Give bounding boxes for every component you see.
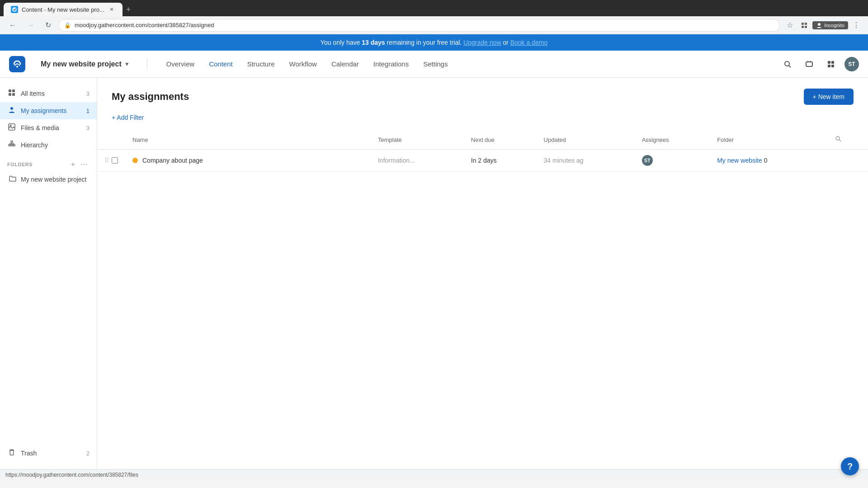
svg-point-18 (10, 107, 13, 110)
project-selector[interactable]: My new website project ▼ (36, 57, 134, 71)
svg-rect-2 (805, 23, 807, 25)
search-icon[interactable] (779, 56, 796, 72)
sidebar-item-all-items[interactable]: All items 3 (0, 85, 97, 102)
svg-rect-21 (11, 141, 13, 142)
sidebar-item-hierarchy[interactable]: Hierarchy (0, 136, 97, 154)
filter-bar: + Add Filter (97, 112, 868, 130)
svg-line-8 (789, 66, 791, 67)
app-logo[interactable] (9, 56, 25, 72)
all-items-count: 3 (86, 90, 90, 97)
nav-overview[interactable]: Overview (160, 56, 201, 71)
files-media-label: Files & media (21, 124, 82, 131)
next-due-value: In 2 days (471, 157, 497, 164)
tab-bar: Content - My new website pro... ✕ + (0, 0, 868, 16)
trial-or: or (501, 39, 510, 46)
folder-item-count: 0 (764, 157, 768, 164)
th-updated: Updated (537, 130, 635, 150)
svg-rect-24 (13, 145, 15, 146)
book-demo-link[interactable]: Book a demo (510, 39, 548, 46)
svg-rect-14 (9, 89, 11, 92)
next-due-cell: In 2 days (464, 150, 537, 172)
updated-value: 34 minutes ag (544, 157, 584, 164)
th-search (827, 130, 868, 150)
image-sidebar-icon (7, 123, 16, 132)
browser-menu-icon[interactable]: ⋮ (850, 19, 863, 32)
address-text: moodjoy.gathercontent.com/content/385827… (75, 22, 214, 28)
user-avatar[interactable]: ST (844, 57, 859, 71)
new-tab-button[interactable]: + (123, 3, 135, 16)
svg-point-6 (16, 66, 18, 67)
address-bar[interactable]: 🔒 moodjoy.gathercontent.com/content/3858… (58, 19, 780, 32)
table-header-row: Name Template Next due Updated Assignees… (97, 130, 868, 150)
folders-label-text: FOLDERS (7, 162, 33, 167)
svg-rect-23 (11, 145, 13, 146)
new-item-button[interactable]: + New item (804, 89, 854, 105)
svg-point-30 (836, 136, 840, 140)
sidebar-item-files-media[interactable]: Files & media 3 (0, 119, 97, 136)
tab-title: Content - My new website pro... (22, 6, 104, 13)
svg-rect-13 (831, 65, 834, 67)
nav-structure[interactable]: Structure (241, 56, 281, 71)
main-layout: All items 3 My assignments 1 Files & med… (0, 78, 868, 469)
content-table: Name Template Next due Updated Assignees… (97, 130, 868, 172)
folder-link[interactable]: My new website (717, 157, 764, 164)
upgrade-link[interactable]: Upgrade now (463, 39, 501, 46)
folder-options-button[interactable]: ⋯ (79, 159, 90, 169)
nav-integrations[interactable]: Integrations (367, 56, 415, 71)
sidebar: All items 3 My assignments 1 Files & med… (0, 78, 97, 469)
extensions-icon[interactable] (798, 19, 811, 32)
tab-favicon (11, 6, 18, 13)
notifications-icon[interactable] (801, 56, 817, 72)
reload-button[interactable]: ↻ (42, 19, 55, 31)
assignee-avatar: ST (642, 155, 653, 166)
trial-text-after: remaining in your free trial. (385, 39, 462, 46)
svg-rect-11 (831, 61, 834, 64)
column-search-button[interactable] (834, 135, 842, 145)
item-name-wrapper: Company about page (132, 157, 363, 164)
svg-rect-4 (805, 26, 807, 28)
row-checkbox[interactable] (112, 157, 118, 164)
nav-calendar[interactable]: Calendar (325, 56, 365, 71)
trash-label: Trash (21, 450, 82, 457)
nav-content[interactable]: Content (203, 56, 239, 71)
row-extra-cell (827, 150, 868, 172)
bookmark-icon[interactable]: ☆ (783, 19, 796, 32)
grid-sidebar-icon (7, 89, 16, 98)
svg-rect-3 (802, 26, 804, 28)
grid-icon[interactable] (823, 56, 839, 72)
svg-point-7 (785, 61, 789, 66)
nav-settings[interactable]: Settings (417, 56, 454, 71)
my-assignments-label: My assignments (21, 107, 82, 114)
th-template: Template (371, 130, 464, 150)
th-folder: Folder (710, 130, 827, 150)
app-header: My new website project ▼ Overview Conten… (0, 51, 868, 78)
forward-button[interactable]: → (24, 19, 38, 31)
updated-cell: 34 minutes ag (537, 150, 635, 172)
svg-rect-17 (12, 93, 15, 96)
incognito-badge: Incognito (812, 21, 848, 29)
trial-days: 13 days (362, 39, 385, 46)
th-row-actions (97, 130, 125, 150)
incognito-label: Incognito (824, 23, 844, 28)
trash-count: 2 (86, 450, 90, 457)
nav-workflow[interactable]: Workflow (283, 56, 323, 71)
sidebar-item-trash[interactable]: Trash 2 (0, 445, 97, 462)
back-button[interactable]: ← (5, 19, 20, 31)
sidebar-folder-my-new-website[interactable]: My new website project (0, 171, 97, 188)
folder-cell: My new website 0 (710, 150, 827, 172)
item-name-text[interactable]: Company about page (142, 157, 203, 164)
help-button[interactable]: ? (841, 457, 859, 475)
my-assignments-count: 1 (86, 108, 90, 114)
trial-text-before: You only have (321, 39, 362, 46)
all-items-label: All items (21, 90, 82, 97)
assignee-initials: ST (644, 158, 651, 163)
add-filter-button[interactable]: + Add Filter (112, 112, 144, 123)
active-tab[interactable]: Content - My new website pro... ✕ (4, 3, 123, 16)
status-bar: https://moodjoy.gathercontent.com/conten… (0, 469, 868, 480)
project-name: My new website project (41, 60, 122, 68)
sidebar-item-my-assignments[interactable]: My assignments 1 (0, 102, 97, 119)
tab-close-button[interactable]: ✕ (108, 6, 115, 13)
add-folder-button[interactable]: + (69, 159, 77, 169)
drag-handle-icon[interactable]: ⠿ (104, 157, 109, 164)
row-controls: ⠿ (104, 157, 118, 164)
